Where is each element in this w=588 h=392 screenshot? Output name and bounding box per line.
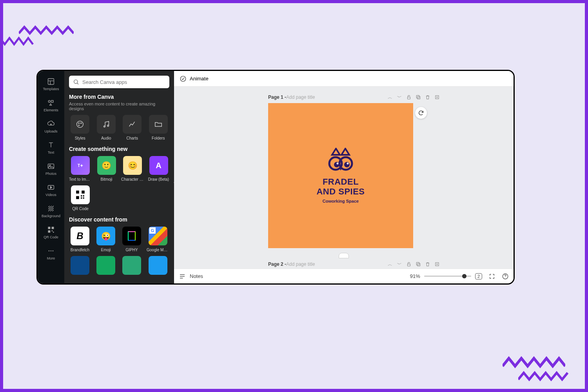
notes-button[interactable]: Notes — [190, 273, 203, 279]
rail-qrcode[interactable]: QR Code — [38, 223, 64, 242]
svg-point-16 — [79, 123, 80, 123]
lock-icon[interactable] — [405, 94, 412, 101]
svg-rect-10 — [53, 232, 54, 233]
section-discover-title: Discover content from — [69, 216, 169, 223]
tile-extra-4[interactable] — [147, 256, 169, 275]
rail-videos[interactable]: Videos — [38, 181, 64, 200]
page-1-artboard[interactable]: FRADELAND SPIES Coworking Space — [268, 103, 413, 248]
logo-tagline: Coworking Space — [323, 199, 359, 203]
page-2-title-input[interactable]: Add page title — [286, 261, 315, 267]
svg-rect-40 — [417, 263, 420, 266]
add-page-icon[interactable] — [434, 94, 441, 101]
tile-draw[interactable]: ADraw (Beta) — [148, 156, 169, 181]
svg-rect-39 — [408, 264, 410, 266]
svg-rect-27 — [83, 198, 84, 199]
rail-photos[interactable]: Photos — [38, 160, 64, 178]
lock-icon[interactable] — [405, 261, 412, 268]
page-count[interactable]: 2 — [475, 273, 482, 279]
tile-brandfetch[interactable]: BBrandfetch — [69, 227, 91, 252]
svg-point-17 — [81, 123, 82, 123]
tile-extra-1[interactable] — [69, 256, 91, 275]
duplicate-icon[interactable] — [415, 261, 422, 268]
svg-rect-25 — [83, 195, 84, 196]
refresh-button[interactable] — [415, 107, 427, 119]
music-icon — [102, 120, 111, 129]
rail-more[interactable]: More — [38, 244, 64, 263]
svg-point-20 — [107, 125, 109, 127]
svg-point-11 — [49, 250, 50, 252]
page-up-icon[interactable]: ︿ — [387, 261, 394, 268]
svg-point-28 — [180, 76, 186, 82]
apps-panel: More from Canva Access even more content… — [64, 71, 174, 283]
svg-rect-31 — [416, 95, 419, 98]
qrcode-icon — [75, 190, 85, 200]
svg-rect-0 — [48, 79, 54, 85]
svg-rect-22 — [82, 191, 85, 194]
section-more-sub: Access even more content to create amazi… — [69, 102, 169, 111]
svg-rect-6 — [48, 227, 51, 229]
svg-rect-2 — [51, 100, 53, 102]
duplicate-icon[interactable] — [415, 94, 422, 101]
tile-bitmoji[interactable]: 🙂Bitmoji — [96, 156, 117, 181]
svg-point-15 — [77, 121, 83, 128]
tile-extra-2[interactable] — [95, 256, 117, 275]
delete-icon[interactable] — [424, 94, 431, 101]
svg-rect-8 — [48, 230, 51, 233]
zoom-level[interactable]: 91% — [410, 273, 420, 279]
svg-rect-21 — [76, 191, 79, 194]
delete-icon[interactable] — [424, 261, 431, 268]
tile-extra-3[interactable] — [121, 256, 143, 275]
tile-audio[interactable]: Audio — [95, 115, 118, 140]
nav-rail: Templates Elements Uploads Text Photos V… — [38, 71, 64, 283]
page-down-icon[interactable]: ﹀ — [396, 261, 403, 268]
page-1-title-input[interactable]: Add page title — [286, 94, 315, 100]
tile-styles[interactable]: Styles — [69, 115, 91, 140]
page-up-icon[interactable]: ︿ — [387, 94, 394, 101]
svg-point-13 — [53, 250, 54, 252]
tile-folders[interactable]: Folders — [147, 115, 170, 140]
decoration-zigzag — [19, 25, 74, 36]
notes-icon — [179, 273, 186, 280]
svg-rect-24 — [81, 195, 82, 196]
rail-uploads[interactable]: Uploads — [38, 117, 64, 136]
svg-point-36 — [337, 163, 339, 165]
section-create-title: Create something new — [69, 146, 169, 152]
svg-rect-26 — [81, 198, 82, 199]
rail-elements[interactable]: Elements — [38, 96, 64, 115]
rail-background[interactable]: Background — [38, 202, 64, 221]
svg-rect-7 — [52, 227, 54, 229]
tile-charts[interactable]: Charts — [121, 115, 143, 140]
stage: Page 1 - Add page title ︿ ﹀ — [174, 87, 514, 269]
rail-templates[interactable]: Templates — [38, 75, 64, 94]
page-1-header: Page 1 - Add page title ︿ ﹀ — [268, 94, 441, 101]
svg-rect-30 — [417, 96, 420, 99]
rail-text[interactable]: Text — [38, 138, 64, 157]
svg-point-38 — [347, 163, 349, 165]
section-more-title: More from Canva — [69, 94, 169, 100]
fullscreen-icon[interactable] — [488, 273, 495, 280]
zoom-slider[interactable] — [424, 276, 471, 277]
tile-giphy[interactable]: GIPHY — [121, 227, 143, 252]
svg-rect-9 — [52, 230, 53, 232]
editor-toolbar: Animate — [174, 71, 514, 87]
tile-qrcode[interactable]: QR Code — [69, 185, 92, 211]
search-icon — [73, 79, 79, 85]
help-icon[interactable] — [502, 273, 509, 280]
folder-icon — [154, 120, 163, 129]
add-page-tab[interactable] — [339, 253, 349, 258]
canvas-area: Animate Page 1 - Add page title ︿ ﹀ — [174, 71, 514, 283]
svg-rect-29 — [408, 97, 410, 99]
tile-character-builder[interactable]: 😊Character B... — [121, 156, 144, 181]
tile-text-to-image[interactable]: T✦Text to Imag... — [69, 156, 92, 181]
svg-point-12 — [51, 250, 52, 252]
svg-point-1 — [48, 100, 50, 102]
logo-text: FRADELAND SPIES — [316, 177, 365, 196]
chart-icon — [128, 120, 136, 129]
tile-emoji[interactable]: 😜Emoji — [95, 227, 117, 252]
animate-button[interactable]: Animate — [190, 76, 209, 82]
search-box[interactable] — [69, 76, 169, 88]
page-down-icon[interactable]: ﹀ — [396, 94, 403, 101]
add-page-icon[interactable] — [434, 261, 441, 268]
search-input[interactable] — [82, 79, 165, 85]
tile-google-maps[interactable]: GGoogle Maps — [147, 227, 169, 252]
